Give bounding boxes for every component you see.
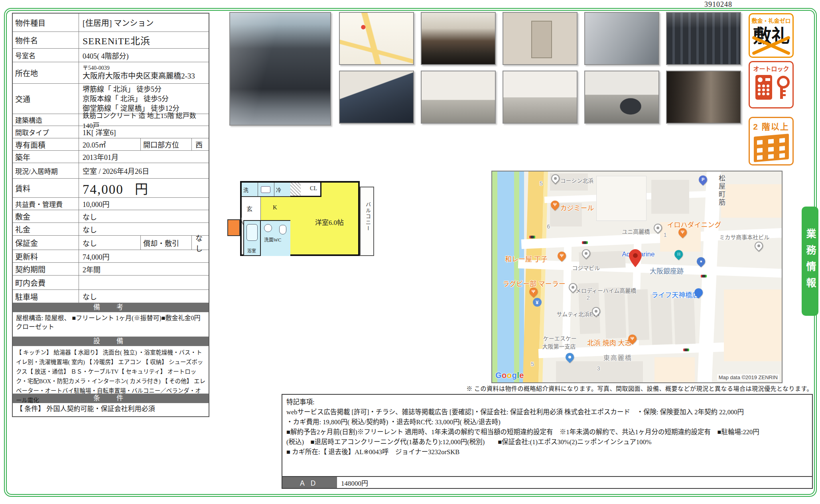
spec-table: 物件種目[住居用] マンション 物件名SERENiTE北浜 号室名0405( 4… — [12, 13, 209, 417]
badge-autolock: オートロック — [749, 61, 794, 108]
row-value-2: なし — [192, 236, 209, 250]
map-label: イロハダイニング — [667, 219, 721, 229]
map-label: ラグビー部 マーラー — [503, 278, 566, 288]
row-value: 2年間 — [79, 263, 209, 275]
row-value: 堺筋線「 北浜」 徒歩5分京阪本線「 北浜」 徒歩5分御堂筋線「 淀屋橋」 徒歩… — [79, 84, 209, 114]
floorplan-shaft — [227, 219, 240, 236]
room-size-label: 洋室6.0帖 — [298, 217, 361, 227]
tab-label: 業務情報 — [803, 228, 817, 294]
floor-plan: CL 洗 冷 玄 K 浴室 洗面WC 洋室6.0帖 バルコニー — [227, 180, 375, 258]
notes-title: 特記事項: — [286, 397, 808, 407]
map-label: 5 — [531, 361, 534, 367]
notes-line: ■解約予告2ヶ月前(日割)※フリーレント 適用時、1年未満の解約で相当額の短期違… — [286, 427, 808, 437]
row-value: 2013年01月 — [79, 151, 209, 163]
map-building — [604, 287, 626, 339]
photo-building-wall — [584, 12, 659, 65]
notes-line: (税込) ■退居時エアコンクリーニング代(1基あたり):12,000円(税別) … — [286, 437, 808, 447]
row-label: 更新料 — [13, 250, 79, 262]
floorplan-kitchen: K — [261, 197, 290, 220]
row-value: 空室 / 2026年4月26日 — [79, 163, 209, 178]
map-label: 北浜 焼肉 大志 — [587, 337, 631, 347]
table-row: 町内会費 — [13, 276, 209, 290]
address: 大阪府大阪市中央区東高麗橋2-33 — [83, 71, 195, 81]
badge-title: 2 階以上 — [750, 120, 792, 132]
row-value: なし — [79, 210, 209, 222]
map-label: ライフ天神橋店 — [651, 289, 699, 299]
row-value: 1K[ 洋室6] — [79, 126, 209, 138]
badge-title: オートロック — [750, 64, 792, 73]
photo-building-exterior-main — [229, 12, 331, 126]
table-row: 賃料74,000 円 — [13, 179, 209, 198]
traffic-signal-icon — [683, 348, 689, 351]
table-row: 共益費・管理費10,000円 — [13, 198, 209, 210]
postal-code: 〒540-0039 — [83, 65, 110, 71]
transit-line: 堺筋線「 北浜」 徒歩5分 — [83, 85, 162, 94]
map-building — [674, 298, 696, 345]
table-row: 所在地〒540-0039大阪府大阪市中央区東高麗橋2-33 — [13, 62, 209, 84]
row-label: 所在地 — [13, 62, 79, 83]
crossed-out-icon — [751, 33, 791, 57]
tab-gyomu-joho[interactable]: 業務情報 — [802, 207, 818, 316]
biko-text: 屋根構造: 陸屋根、 ■フリーレント 1ヶ月(※振替可)■敷金礼金0円クローゼッ… — [13, 312, 209, 337]
row-value: 0405( 4階部分) — [79, 49, 209, 62]
map-label: コジマビル — [572, 264, 600, 272]
row-value: なし — [79, 236, 141, 250]
row-label: 物件名 — [13, 32, 79, 48]
row-label: 敷金 — [13, 210, 79, 222]
sink-icon — [264, 224, 272, 232]
joken-text: 【 条件】 外国人契約可能・保証会社利用必須 — [13, 403, 209, 416]
traffic-signal-icon — [582, 241, 588, 244]
table-row: 専有面積20.05㎡開口部方位西 — [13, 138, 209, 151]
map-park-strip — [492, 171, 497, 383]
row-label-2: 開口部方位 — [141, 138, 192, 150]
row-value: なし — [79, 223, 209, 235]
row-label: 契約期間 — [13, 263, 79, 275]
biko-line: 屋根構造: 陸屋根、 ■フリーレント 1ヶ月(※振替可)■敷金礼金0円 — [16, 314, 205, 323]
table-row: 物件種目[住居用] マンション — [13, 14, 209, 32]
row-label: 駐車場 — [13, 290, 79, 303]
notes-line: ・カギ費用: 19,800円( 税込/契約時) ・退去時RC代: 33,000円… — [286, 417, 808, 427]
row-label: 交通 — [13, 84, 79, 114]
table-row: 建築構造鉄筋コンクリート 造 地上15階 総戸数140戸 — [13, 114, 209, 126]
map-building — [654, 357, 695, 382]
map-park-strip — [514, 171, 519, 383]
table-row: 築年2013年01月 — [13, 151, 209, 163]
floorplan-washroom-wc: 洗面WC — [261, 220, 290, 256]
photo-entrance-floor — [339, 71, 414, 124]
badge-no-deposit-no-key-money: 敷金・礼金ゼロ 敷礼 — [749, 13, 794, 58]
atm-pin-icon: ¥ — [533, 298, 542, 307]
row-label: 町内会費 — [13, 276, 79, 289]
row-label: 専有面積 — [13, 138, 79, 150]
washer-spot: 洗 — [242, 183, 258, 196]
key-icon — [775, 75, 787, 100]
map-label: 大阪第一支店 — [542, 342, 576, 350]
table-row: 駐車場なし — [13, 290, 209, 303]
photo-map-thumbnail — [339, 12, 414, 65]
building-icon — [754, 134, 789, 162]
toilet-icon — [279, 225, 286, 234]
map-building — [721, 184, 783, 218]
row-label: 保証金 — [13, 236, 79, 250]
row-label: 物件種目 — [13, 14, 79, 32]
location-map: コーシン北浜 5 Ψ カジミール 6 ユニ高麗橋 1 イロハダイニング Ψ 松屋… — [491, 171, 783, 383]
table-row: 契約期間2年間 — [13, 263, 209, 276]
traffic-signal-icon — [701, 275, 707, 278]
property-location-marker — [629, 249, 642, 269]
ad-value: 148000円 — [337, 477, 368, 488]
property-sheet: 3910248 物件種目[住居用] マンション 物件名SERENiTE北浜 号室… — [0, 0, 820, 504]
row-label-2: 償却・敷引 — [141, 236, 192, 250]
table-row: 現況/入居時期空室 / 2026年4月26日 — [13, 163, 209, 179]
row-label: 共益費・管理費 — [13, 198, 79, 210]
autolock-icon — [750, 75, 792, 100]
map-label: メロディーハイム高麗橋 — [576, 286, 636, 294]
row-label: 建築構造 — [13, 114, 79, 126]
poi-pin-icon — [753, 240, 765, 252]
map-river-strip — [497, 171, 514, 383]
rent-value: 74,000 円 — [79, 179, 209, 197]
photo-lobby — [421, 12, 496, 65]
notes-line: ■ カギ所在:【 退去後】AL※0043呼 ジョイナー3232orSKB — [286, 447, 808, 457]
table-row: 間取タイプ1K[ 洋室6] — [13, 126, 209, 138]
special-notes-box: 特記事項: webサービス広告掲載 [許可]・チラシ、雑誌等掲載広告 [要確認]… — [282, 394, 813, 477]
map-label: ミカサ商事本社ビル — [719, 233, 769, 241]
photo-intercom-panel — [503, 12, 578, 65]
